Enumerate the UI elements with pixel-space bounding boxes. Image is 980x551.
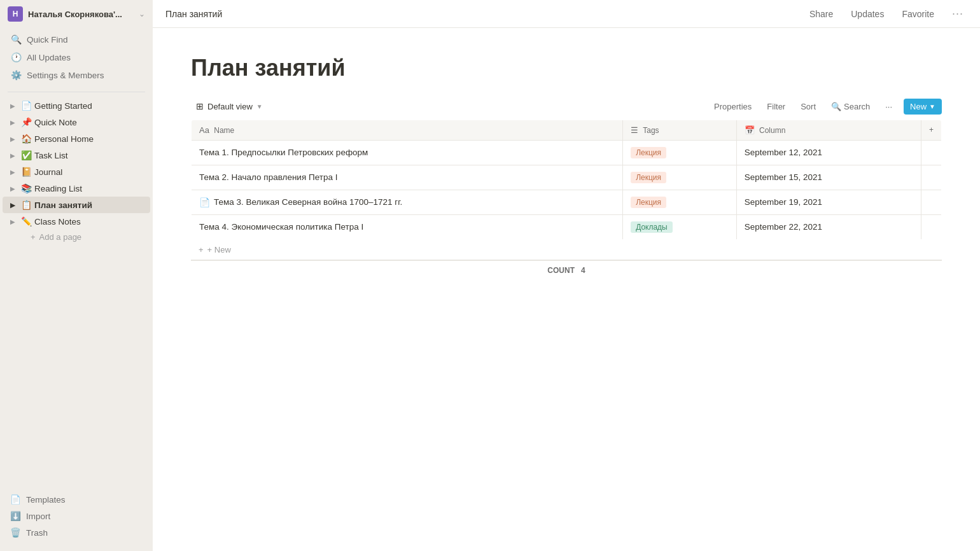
favorite-button[interactable]: Favorite [898,6,938,22]
page-icon-task-list: ✅ [20,150,32,161]
chevron-right-icon: ▶ [8,117,18,127]
row-4-extra [921,214,941,239]
row-2-extra [921,165,941,190]
sidebar-item-class-notes[interactable]: ▶ ✏️ Class Notes [3,213,150,230]
new-row-button[interactable]: New ▼ [904,99,942,115]
table-row[interactable]: Тема 4. Экономическая политика Петра I Д… [192,214,942,239]
sidebar-item-templates[interactable]: 📄 Templates [3,491,150,508]
tag-lecture: Лекция [631,147,666,158]
tag-lecture: Лекция [631,172,666,183]
chevron-down-icon: ▼ [256,103,263,110]
row-4-name[interactable]: Тема 4. Экономическая политика Петра I [192,214,623,239]
search-button[interactable]: 🔍 Search [827,99,874,114]
add-page-label: Add a page [39,232,82,242]
column-tags-label: Tags [643,126,659,135]
search-icon: 🔍 [831,102,841,111]
settings-icon: ⚙️ [10,69,22,81]
page-icon-class-notes: ✏️ [20,216,32,227]
filter-button[interactable]: Filter [763,99,789,114]
workspace-header[interactable]: H Наталья Скорнякова'... ⌄ [0,0,153,28]
chevron-down-icon: ▼ [929,103,935,110]
sidebar-item-trash[interactable]: 🗑️ Trash [3,524,150,541]
sidebar-item-settings[interactable]: ⚙️ Settings & Members [3,66,150,84]
sidebar-item-reading-list[interactable]: ▶ 📚 Reading List [3,180,150,197]
sidebar-item-plan-zanyatiy[interactable]: ▶ 📋 План занятий [3,197,150,213]
row-1-tags[interactable]: Лекция [623,140,737,165]
chevron-right-icon: ▶ [8,183,18,193]
column-column-label: Column [759,126,785,135]
chevron-right-icon: ▶ [8,134,18,144]
sidebar-item-journal[interactable]: ▶ 📔 Journal [3,164,150,180]
row-4-tags[interactable]: Доклады [623,214,737,239]
row-2-date[interactable]: September 15, 2021 [736,165,921,190]
sidebar-item-getting-started[interactable]: ▶ 📄 Getting Started [3,97,150,114]
sidebar-item-settings-label: Settings & Members [27,71,104,80]
import-icon: ⬇️ [10,511,21,521]
properties-button[interactable]: Properties [710,99,755,114]
templates-icon: 📄 [10,494,21,505]
sidebar-item-import[interactable]: ⬇️ Import [3,508,150,524]
workspace-name: Наталья Скорнякова'... [28,10,134,19]
share-button[interactable]: Share [806,6,837,22]
view-label: Default view [207,102,253,111]
row-3-extra [921,190,941,214]
sidebar-item-all-updates[interactable]: 🕐 All Updates [3,48,150,66]
new-row-label: + New [207,245,231,255]
main-content: План занятий Share Updates Favorite ··· … [153,0,980,551]
sidebar-item-templates-label: Templates [26,495,66,505]
column-tags-header[interactable]: ☰ Tags [623,120,737,140]
sidebar-item-getting-started-label: Getting Started [34,101,145,111]
count-value: 4 [581,266,585,275]
db-right-actions: Properties Filter Sort 🔍 Search ··· New … [710,99,942,115]
row-1-date[interactable]: September 12, 2021 [736,140,921,165]
column-name-label: Name [214,126,234,135]
tags-type-icon: ☰ [631,125,638,135]
workspace-avatar: H [8,6,23,22]
sidebar-item-quick-find-label: Quick Find [27,35,68,45]
row-3-tags[interactable]: Лекция [623,190,737,214]
column-name-header[interactable]: Aa Name [192,120,623,140]
row-1-name[interactable]: Тема 1. Предпосылки Петровских реформ [192,140,623,165]
default-view-button[interactable]: ⊞ Default view ▼ [191,99,268,114]
sidebar-divider [8,92,145,92]
sidebar-item-all-updates-label: All Updates [27,53,71,62]
add-column-button[interactable]: + [921,120,941,140]
sidebar: H Наталья Скорнякова'... ⌄ 🔍 Quick Find … [0,0,153,551]
sidebar-item-plan-zanyatiy-label: План занятий [34,200,145,210]
tag-reports: Доклады [631,221,673,233]
page-body: План занятий ⊞ Default view ▼ Properties… [153,28,980,551]
row-2-name[interactable]: Тема 2. Начало правления Петра I [192,165,623,190]
page-icon-quick-note: 📌 [20,116,32,128]
sidebar-bottom: 📄 Templates ⬇️ Import 🗑️ Trash [0,491,153,541]
text-type-icon: Aa [199,125,209,135]
table-row[interactable]: Тема 2. Начало правления Петра I Лекция … [192,165,942,190]
row-1-extra [921,140,941,165]
page-icon-plan-zanyatiy: 📋 [20,199,32,211]
topbar-actions: Share Updates Favorite ··· [806,4,967,23]
more-db-button[interactable]: ··· [881,99,896,114]
add-page-button[interactable]: + Add a page [3,230,150,244]
sort-button[interactable]: Sort [797,99,820,114]
sidebar-item-quick-note[interactable]: ▶ 📌 Quick Note [3,114,150,130]
sidebar-item-journal-label: Journal [34,167,145,177]
sidebar-item-import-label: Import [26,512,50,521]
topbar: План занятий Share Updates Favorite ··· [153,0,980,28]
sidebar-item-task-list[interactable]: ▶ ✅ Task List [3,147,150,164]
table-row[interactable]: Тема 1. Предпосылки Петровских реформ Ле… [192,140,942,165]
plus-icon: + [31,232,36,242]
sidebar-item-quick-find[interactable]: 🔍 Quick Find [3,31,150,48]
more-options-button[interactable]: ··· [948,4,967,23]
chevron-right-icon: ▶ [8,150,18,160]
sidebar-item-personal-home[interactable]: ▶ 🏠 Personal Home [3,130,150,147]
row-2-tags[interactable]: Лекция [623,165,737,190]
row-3-date[interactable]: September 19, 2021 [736,190,921,214]
row-3-name[interactable]: 📄 Тема 3. Великая Северная война 1700–17… [192,190,623,214]
row-4-date[interactable]: September 22, 2021 [736,214,921,239]
page-icon-getting-started: 📄 [20,100,32,111]
table-row[interactable]: 📄 Тема 3. Великая Северная война 1700–17… [192,190,942,214]
new-row-inline-button[interactable]: + + New [191,240,942,260]
column-column-header[interactable]: 📅 Column [736,120,921,140]
sidebar-item-task-list-label: Task List [34,151,145,160]
new-label: New [910,102,927,111]
updates-button[interactable]: Updates [847,6,888,22]
